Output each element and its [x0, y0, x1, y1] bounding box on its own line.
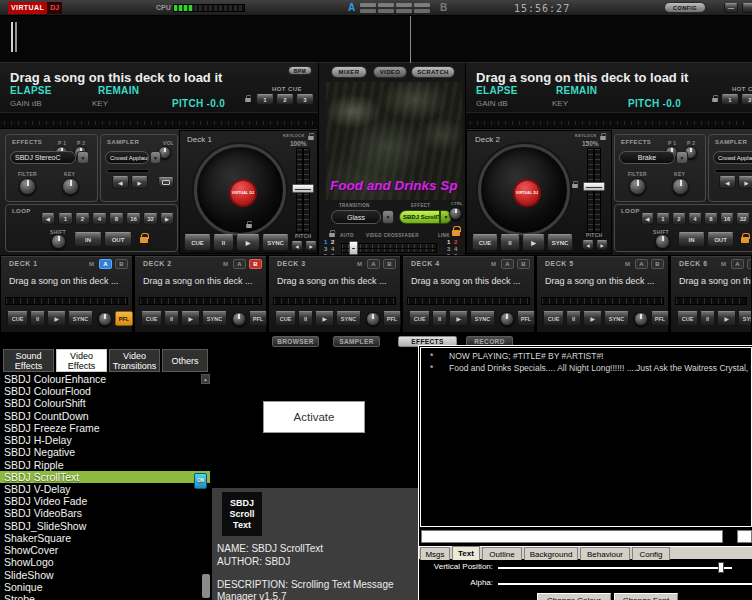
assign-a-button[interactable]: A	[367, 259, 380, 269]
deck-left-info[interactable]: Drag a song on this deck to load it BPM …	[0, 63, 318, 130]
window-button-partial[interactable]	[742, 3, 752, 13]
tab-sampler[interactable]: SAMPLER	[333, 336, 380, 347]
sampler-prev-button[interactable]: ◀	[112, 176, 129, 189]
play-button[interactable]: ▶	[315, 311, 334, 326]
pitch-slider-handle[interactable]	[292, 184, 314, 193]
effect-list-item[interactable]: SBDJ Freeze Frame	[0, 422, 210, 434]
vertical-position-handle[interactable]	[718, 562, 724, 573]
loop-32-button[interactable]: 32	[736, 213, 750, 225]
assign-b-button[interactable]: B	[651, 259, 664, 269]
cue-button[interactable]: CUE	[275, 311, 296, 326]
tab-sound-effects[interactable]: Sound Effects	[3, 349, 54, 372]
video-effect-select[interactable]: SBDJ ScrollTex	[399, 210, 440, 224]
assign-a-button[interactable]: A	[635, 259, 648, 269]
alpha-slider[interactable]	[498, 583, 752, 585]
assign-b-button[interactable]: B	[249, 259, 262, 269]
mini-deck-progress[interactable]	[139, 297, 262, 305]
play-button[interactable]: ▶	[583, 311, 602, 326]
keylock-icon[interactable]	[600, 136, 606, 140]
play-button[interactable]: ▶	[717, 311, 736, 326]
effect-list-item[interactable]: SlideShow	[0, 569, 210, 581]
tab-others[interactable]: Others	[162, 349, 208, 372]
jog-wheel[interactable]: VIRTUAL DJ	[478, 144, 570, 236]
wheel-lock-icon[interactable]	[246, 224, 252, 228]
pause-button[interactable]: II	[700, 311, 715, 326]
hotcue-lock-icon[interactable]	[245, 98, 251, 102]
loop-half-button[interactable]: ◀	[41, 213, 55, 225]
key-knob[interactable]	[672, 178, 689, 195]
effect-select-arrow-icon[interactable]: ▼	[676, 151, 688, 164]
hot-cue-1-button[interactable]: 1	[721, 94, 739, 105]
effect-select[interactable]: SBDJ StereoC	[10, 151, 76, 164]
video-crossfader-handle[interactable]	[349, 241, 358, 255]
loop-32-button[interactable]: 32	[143, 213, 158, 225]
volume-knob[interactable]	[366, 312, 380, 326]
mini-deck-progress[interactable]	[675, 297, 747, 305]
assign-a-button[interactable]: A	[233, 259, 246, 269]
filter-knob[interactable]	[629, 178, 646, 195]
wheel-lock-icon[interactable]	[572, 184, 578, 188]
pause-button[interactable]: II	[500, 234, 520, 251]
effect-list-item[interactable]: Strobe	[0, 593, 210, 600]
loop-in-button[interactable]: IN	[74, 232, 102, 247]
play-button[interactable]: ▶	[522, 234, 545, 251]
deck-a-label[interactable]: A	[348, 2, 355, 13]
tab-mixer[interactable]: MIXER	[331, 66, 367, 78]
sync-button[interactable]: SYNC	[547, 234, 573, 251]
cue-button[interactable]: CUE	[472, 234, 498, 251]
mini-deck-1[interactable]: DECK 1 M A B Drag a song on this deck ..…	[0, 255, 133, 333]
mini-deck-6[interactable]: DECK 6 M A B Drag a song on this deck ..…	[670, 255, 752, 333]
tab-video[interactable]: VIDEO	[373, 66, 407, 78]
loop-4-button[interactable]: 4	[92, 213, 107, 225]
hot-cue-3-button[interactable]: 3	[296, 94, 314, 105]
mini-deck-2[interactable]: DECK 2 M A B Drag a song on this deck ..…	[134, 255, 267, 333]
hot-cue-1-button[interactable]: 1	[256, 94, 274, 105]
effect-list-item[interactable]: ShowLogo	[0, 556, 210, 568]
tab-video-effects[interactable]: Video Effects	[56, 349, 107, 372]
effects-list[interactable]: SBDJ ColourEnhanceSBDJ ColourFloodSBDJ C…	[0, 373, 210, 600]
effect-list-item[interactable]: SBDJ ColourEnhance	[0, 373, 210, 385]
video-ctrl-knob[interactable]	[449, 207, 462, 220]
vertical-position-slider[interactable]	[498, 567, 732, 569]
sync-button[interactable]: SYNC	[202, 311, 227, 326]
assign-a-button[interactable]: A	[501, 259, 514, 269]
pitch-slider-handle[interactable]	[583, 182, 605, 191]
sync-button[interactable]: SYNC	[738, 311, 752, 326]
hotcue-lock-icon[interactable]	[712, 98, 718, 102]
cue-button[interactable]: CUE	[409, 311, 430, 326]
play-button[interactable]: ▶	[236, 234, 260, 251]
sampler-prev-button[interactable]: ◀	[719, 176, 736, 189]
mini-deck-4[interactable]: DECK 4 M A B Drag a song on this deck ..…	[402, 255, 535, 333]
tab-video-transitions[interactable]: Video Transitions	[109, 349, 160, 372]
loop-1-button[interactable]: 1	[656, 213, 670, 225]
effect-list-item[interactable]: ShowCover	[0, 544, 210, 556]
assign-a-button[interactable]: A	[99, 259, 112, 269]
pitch-up-button[interactable]: ▶	[596, 240, 608, 250]
pause-button[interactable]: II	[164, 311, 179, 326]
hot-cue-2-button[interactable]: 2	[741, 94, 752, 105]
filter-knob[interactable]	[19, 178, 36, 195]
pitch-down-button[interactable]: ◀	[291, 241, 303, 251]
tab-config[interactable]: Config	[632, 547, 670, 560]
sampler-select-arrow-icon[interactable]: ▼	[150, 151, 161, 164]
mini-deck-progress[interactable]	[541, 297, 664, 305]
effect-list-item[interactable]: Sonique	[0, 581, 210, 593]
pfl-button[interactable]: PFL	[249, 311, 267, 326]
minimize-button[interactable]: —	[724, 3, 738, 13]
keylock-icon[interactable]	[308, 136, 314, 140]
sampler-select[interactable]: Crowd Applaus	[105, 151, 149, 164]
effect-list-item[interactable]: SBDJ CountDown	[0, 410, 210, 422]
transition-select[interactable]: Glass	[331, 210, 381, 224]
loop-2-button[interactable]: 2	[75, 213, 90, 225]
message-input[interactable]	[421, 530, 723, 543]
tab-scratch[interactable]: SCRATCH	[411, 66, 455, 78]
pause-button[interactable]: II	[566, 311, 581, 326]
effect-select[interactable]: Brake	[619, 151, 675, 164]
loop-8-button[interactable]: 8	[704, 213, 718, 225]
cue-button[interactable]: CUE	[543, 311, 564, 326]
transition-select-arrow-icon[interactable]: ▼	[382, 210, 394, 224]
mini-deck-progress[interactable]	[273, 297, 396, 305]
tab-behaviour[interactable]: Behaviour	[580, 547, 630, 560]
loop-8-button[interactable]: 8	[109, 213, 124, 225]
pause-button[interactable]: II	[30, 311, 45, 326]
